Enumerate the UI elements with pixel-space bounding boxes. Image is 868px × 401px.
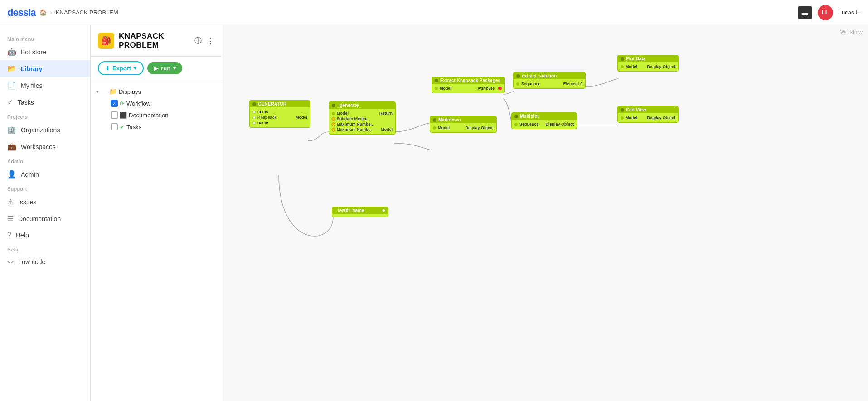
bot-icon: 🤖 xyxy=(7,48,16,56)
breadcrumb: 🏠 › KNAPSACK PROBLEM xyxy=(39,9,118,16)
minus-icon: — xyxy=(102,89,107,94)
port-max1: Maximum Numbe... xyxy=(332,121,393,127)
task-check-icon: ✔ xyxy=(120,124,125,130)
section-label-main: Main menu xyxy=(0,33,90,43)
tree-panel: ▾ — 📁 Displays ✓ ⟳ Workflow ⬛ Documentat… xyxy=(91,80,222,401)
port-model: Model Display Object xyxy=(621,64,675,69)
sidebar-item-bot-store[interactable]: 🤖 Bot store xyxy=(0,43,90,60)
sidebar-item-my-files[interactable]: 📄 My files xyxy=(0,77,90,94)
sidebar: Main menu 🤖 Bot store 📂 Library 📄 My fil… xyxy=(0,25,91,401)
port-items: Items xyxy=(252,109,307,115)
tree-item-workflow[interactable]: ✓ ⟳ Workflow xyxy=(94,97,218,109)
port-dot xyxy=(331,122,336,126)
sidebar-item-library[interactable]: 📂 Library xyxy=(0,60,90,77)
page-icon: 🎒 xyxy=(98,33,114,49)
port-dot xyxy=(514,123,518,126)
node-extract-knapsack[interactable]: Extract Knapsack Packages Model Attribut… xyxy=(432,77,505,93)
red-dot xyxy=(498,87,502,90)
sidebar-item-label: Low code xyxy=(18,258,45,266)
export-button[interactable]: ⬇ Export ▾ xyxy=(98,61,144,75)
sidebar-item-label: Help xyxy=(16,232,29,239)
port-knapsack: Knapsack Model xyxy=(252,115,307,120)
sidebar-item-label: Issues xyxy=(18,198,36,206)
sidebar-item-label: Organizations xyxy=(21,126,60,134)
home-icon[interactable]: 🏠 xyxy=(39,9,47,16)
section-label-support: Support xyxy=(0,183,90,193)
section-label-projects: Projects xyxy=(0,111,90,121)
sidebar-item-label: Tasks xyxy=(18,99,34,106)
workflow-checkbox[interactable]: ✓ xyxy=(111,100,118,107)
run-icon: ▶ xyxy=(154,65,158,72)
docs-icon: ☰ xyxy=(7,214,14,223)
folder-icon: 📁 xyxy=(109,88,117,95)
sidebar-item-issues[interactable]: ⚠ Issues xyxy=(0,193,90,210)
port-dot xyxy=(516,82,519,86)
info-button[interactable]: ⓘ xyxy=(194,36,202,46)
sidebar-item-label: Bot store xyxy=(21,48,46,56)
documentation-checkbox[interactable] xyxy=(111,111,118,119)
canvas-panel[interactable]: Workflow xyxy=(222,25,868,401)
section-label-beta: Beta xyxy=(0,243,90,254)
workspace-icon: 💼 xyxy=(7,142,16,151)
breadcrumb-page: KNAPSACK PROBLEM xyxy=(56,9,118,16)
sidebar-item-low-code[interactable]: <> Low code xyxy=(0,254,90,270)
sidebar-item-tasks[interactable]: ✓ Tasks xyxy=(0,94,90,111)
node-generator-header: GENERATOR xyxy=(250,101,310,107)
node-multiplot[interactable]: Multiplot Sequence Display Object xyxy=(511,112,577,129)
workflow-icon: ⟳ xyxy=(120,100,125,107)
sidebar-item-workspaces[interactable]: 💼 Workspaces xyxy=(0,138,90,155)
port-dot xyxy=(433,126,436,130)
node-plot-data[interactable]: Plot Data Model Display Object xyxy=(617,55,679,72)
port-sequence: Sequence Element 0 xyxy=(516,81,582,87)
port-sequence: Sequence Display Object xyxy=(514,121,574,127)
sidebar-item-organizations[interactable]: 🏢 Organizations xyxy=(0,121,90,138)
node-extract-solution[interactable]: extract_solution Sequence Element 0 xyxy=(513,72,586,89)
port-dot xyxy=(621,65,624,68)
port-dot xyxy=(252,121,256,125)
sidebar-item-admin[interactable]: 👤 Admin xyxy=(0,166,90,183)
sidebar-item-help[interactable]: ? Help xyxy=(0,227,90,243)
page-header: 🎒 KNAPSACK PROBLEM ⓘ ⋮ xyxy=(91,25,222,57)
sidebar-item-documentation[interactable]: ☰ Documentation xyxy=(0,210,90,227)
port-dot xyxy=(331,127,336,132)
port-dot xyxy=(252,111,256,114)
node-dot xyxy=(621,57,624,61)
port-model: Model Display Object xyxy=(433,125,494,130)
run-button[interactable]: ▶ run ▾ xyxy=(147,62,182,74)
library-icon: 📂 xyxy=(7,64,16,73)
sidebar-item-label: My files xyxy=(21,82,42,89)
tree-item-label: Documentation xyxy=(129,112,168,119)
files-icon: 📄 xyxy=(7,81,16,90)
tree-item-label: Tasks xyxy=(126,124,141,130)
chevron-down-icon: ▾ xyxy=(96,89,99,95)
node-result-name-header: _result_name_ xyxy=(332,207,388,214)
node-plot-data-header: Plot Data xyxy=(618,55,678,62)
tasks-checkbox[interactable] xyxy=(111,123,118,130)
workflow-tab-label: Workflow xyxy=(840,29,863,35)
node-multiplot-header: Multiplot xyxy=(512,113,577,120)
node-cad-view-header: Cad View xyxy=(618,106,678,113)
node-generate[interactable]: _generate_ Model Return Solution Minim..… xyxy=(329,101,396,135)
org-icon: 🏢 xyxy=(7,126,16,134)
run-label: run xyxy=(161,65,170,72)
port-model: Model Display Object xyxy=(621,115,675,121)
node-cad-view[interactable]: Cad View Model Display Object xyxy=(617,106,679,123)
tree-item-label: Workflow xyxy=(126,100,150,107)
terminal-button[interactable]: ▬ xyxy=(798,6,812,19)
node-result-name[interactable]: _result_name_ xyxy=(332,207,388,217)
export-chevron-icon: ▾ xyxy=(134,65,136,71)
topbar: dessia 🏠 › KNAPSACK PROBLEM ▬ LL Lucas L… xyxy=(0,0,868,25)
tree-item-tasks[interactable]: ✔ Tasks xyxy=(94,121,218,133)
port-model: Model Attribute xyxy=(435,86,502,91)
more-button[interactable]: ⋮ xyxy=(206,36,214,46)
tree-item-documentation[interactable]: ⬛ Documentation xyxy=(94,109,218,121)
node-extract-header: Extract Knapsack Packages xyxy=(432,77,504,84)
node-markdown[interactable]: Markdown Model Display Object xyxy=(430,116,497,133)
sidebar-item-label: Documentation xyxy=(18,215,61,222)
username: Lucas L. xyxy=(839,9,861,16)
doc-icon: ⬛ xyxy=(120,112,127,119)
node-generator[interactable]: GENERATOR Items Knapsack Model name xyxy=(249,100,310,128)
export-label: Export xyxy=(112,65,131,72)
admin-icon: 👤 xyxy=(7,170,16,179)
tree-item-displays[interactable]: ▾ — 📁 Displays xyxy=(94,86,218,97)
